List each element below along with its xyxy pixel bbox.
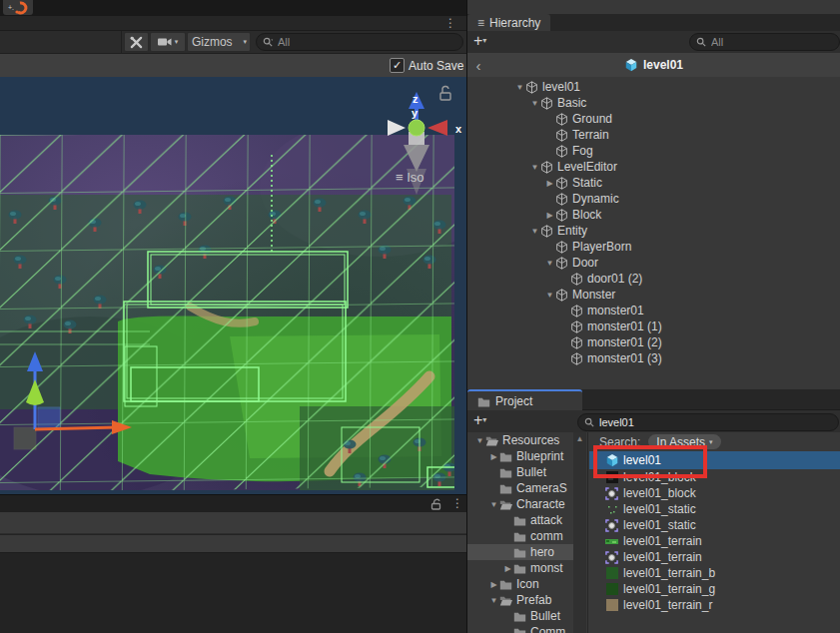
result-item-level01-terrain-b[interactable]: level01_terrain_b xyxy=(589,565,840,581)
gizmos-dropdown[interactable]: Gizmos ▾ xyxy=(187,32,251,52)
result-item-level01-terrain-g[interactable]: level01_terrain_g xyxy=(589,581,840,597)
scene-view-tabstrip: ⋮ xyxy=(0,16,466,31)
scene-search-field[interactable] xyxy=(256,33,463,51)
column-divider[interactable] xyxy=(587,432,588,633)
hierarchy-item-static[interactable]: ▶Static xyxy=(467,175,840,191)
result-item-label: level01 xyxy=(623,453,661,467)
hierarchy-item-fog[interactable]: Fog xyxy=(467,143,840,159)
hierarchy-create-button[interactable]: +▾ xyxy=(473,33,486,49)
tree-open-arrow-icon[interactable]: ▼ xyxy=(529,99,540,108)
result-item-level01-selected[interactable]: level01 xyxy=(589,451,840,469)
gameobject-cube-icon xyxy=(570,352,586,365)
tree-open-arrow-icon[interactable]: ▼ xyxy=(529,227,540,236)
folder-item-attack[interactable]: attack xyxy=(467,512,573,528)
result-item-level01-terrain-r[interactable]: level01_terrain_r xyxy=(589,597,840,613)
tree-open-arrow-icon[interactable]: ▼ xyxy=(544,259,555,268)
folder-item-label: Characte xyxy=(515,497,565,511)
list-icon: ≡ xyxy=(477,16,484,30)
folder-item-comm[interactable]: Comm xyxy=(467,624,573,633)
hierarchy-item-monster[interactable]: ▼Monster xyxy=(467,287,840,303)
tree-closed-arrow-icon[interactable]: ▶ xyxy=(488,580,499,589)
tree-closed-arrow-icon[interactable]: ▶ xyxy=(544,211,555,220)
hierarchy-search-field[interactable] xyxy=(689,33,840,51)
folder-item-bullet[interactable]: Bullet xyxy=(467,464,573,480)
scene-tools-button[interactable] xyxy=(124,32,149,52)
scene-view-toolbar: ▾ Gizmos ▾ xyxy=(0,31,466,54)
result-item-level01-terrain[interactable]: level01_terrain xyxy=(589,533,840,549)
hierarchy-item-monster01-3[interactable]: monster01 (3) xyxy=(467,350,840,366)
hierarchy-item-level01[interactable]: ▼level01 xyxy=(467,79,840,95)
result-item-level01-terrain[interactable]: level01_terrain xyxy=(589,549,840,565)
tree-closed-arrow-icon[interactable]: ▶ xyxy=(488,452,499,461)
hierarchy-item-basic[interactable]: ▼Basic xyxy=(467,95,840,111)
hierarchy-item-playerborn[interactable]: PlayerBorn xyxy=(467,239,840,255)
result-item-level01-block[interactable]: level01_block xyxy=(589,469,840,485)
scene-viewport[interactable]: z y x ≡ Iso xyxy=(0,77,466,494)
breadcrumb-label[interactable]: level01 xyxy=(643,58,683,72)
gameobject-cube-icon xyxy=(570,320,586,333)
project-search-field[interactable] xyxy=(577,413,839,431)
tab-project[interactable]: Project xyxy=(467,389,582,411)
swatch-green-b-icon xyxy=(604,567,619,579)
back-chevron-icon[interactable]: ‹ xyxy=(467,57,489,74)
tree-open-arrow-icon[interactable]: ▼ xyxy=(488,596,499,605)
axis-y-label: y xyxy=(412,107,419,119)
hierarchy-item-door[interactable]: ▼Door xyxy=(467,255,840,271)
tree-closed-arrow-icon[interactable]: ▶ xyxy=(502,564,513,573)
folder-item-monst[interactable]: ▶monst xyxy=(467,560,573,576)
hierarchy-item-block[interactable]: ▶Block xyxy=(467,207,840,223)
hierarchy-item-monster01-2[interactable]: monster01 (2) xyxy=(467,334,840,350)
hierarchy-item-label: door01 (2) xyxy=(586,272,642,286)
tree-open-arrow-icon[interactable]: ▼ xyxy=(529,163,540,172)
chevron-down-icon: ▾ xyxy=(482,36,486,45)
tree-open-arrow-icon[interactable]: ▼ xyxy=(514,83,525,92)
project-search-input[interactable] xyxy=(599,416,832,428)
hierarchy-item-door01-2[interactable]: door01 (2) xyxy=(467,271,840,287)
collab-orange-icon[interactable]: +. xyxy=(3,0,33,15)
result-item-level01-static[interactable]: level01_static xyxy=(589,517,840,533)
hierarchy-search-input[interactable] xyxy=(711,36,833,48)
gameobject-cube-icon xyxy=(555,241,571,254)
auto-save-checkbox[interactable]: ✓ xyxy=(390,58,405,73)
hierarchy-item-ground[interactable]: Ground xyxy=(467,111,840,127)
folder-item-comm[interactable]: comm xyxy=(467,528,573,544)
tree-closed-arrow-icon[interactable]: ▶ xyxy=(544,179,555,188)
result-item-label: level01_block xyxy=(623,470,696,484)
scene-camera-button[interactable]: ▾ xyxy=(150,32,186,52)
folder-item-label: Resources xyxy=(501,433,559,447)
bottom-panel-kebab-icon[interactable]: ⋮ xyxy=(451,498,463,508)
scene-search-input[interactable] xyxy=(278,36,456,48)
hierarchy-item-leveleditor[interactable]: ▼LevelEditor xyxy=(467,159,840,175)
folder-icon xyxy=(499,579,515,590)
folder-icon xyxy=(513,531,529,542)
gizmos-label: Gizmos xyxy=(186,35,239,49)
hierarchy-item-dynamic[interactable]: Dynamic xyxy=(467,191,840,207)
hierarchy-item-entity[interactable]: ▼Entity xyxy=(467,223,840,239)
bottom-panel-row[interactable] xyxy=(0,512,466,534)
tab-hierarchy[interactable]: ≡ Hierarchy xyxy=(467,14,550,31)
chevron-down-icon: ▾ xyxy=(482,415,486,424)
folder-scrollbar[interactable]: ▲ xyxy=(573,432,586,633)
folder-item-resources[interactable]: ▼Resources xyxy=(467,432,573,448)
folder-item-hero[interactable]: hero xyxy=(467,544,573,560)
hierarchy-item-terrain[interactable]: Terrain xyxy=(467,127,840,143)
folder-item-icon[interactable]: ▶Icon xyxy=(467,576,573,592)
hierarchy-item-monster01[interactable]: monster01 xyxy=(467,303,840,318)
tree-open-arrow-icon[interactable]: ▼ xyxy=(488,500,499,509)
tree-open-arrow-icon[interactable]: ▼ xyxy=(544,291,555,300)
folder-item-blueprint[interactable]: ▶Blueprint xyxy=(467,448,573,464)
folder-item-bullet[interactable]: Bullet xyxy=(467,608,573,624)
project-create-button[interactable]: +▾ xyxy=(473,412,486,428)
tree-open-arrow-icon[interactable]: ▼ xyxy=(474,436,485,445)
folder-item-characte[interactable]: ▼Characte xyxy=(467,496,573,512)
unlock-icon[interactable] xyxy=(430,498,442,510)
result-item-level01-static[interactable]: level01_static xyxy=(589,501,840,517)
folder-item-prefab[interactable]: ▼Prefab xyxy=(467,592,573,608)
bottom-panel-row[interactable] xyxy=(0,535,466,553)
result-item-level01-block[interactable]: level01_block xyxy=(589,485,840,501)
scene-menu-kebab-icon[interactable]: ⋮ xyxy=(444,18,456,28)
folder-item-cameras[interactable]: CameraS xyxy=(467,480,573,496)
hierarchy-item-monster01-1[interactable]: monster01 (1) xyxy=(467,318,840,334)
scope-in-assets-button[interactable]: In Assets ▾ xyxy=(648,434,720,449)
folder-icon xyxy=(513,547,529,558)
